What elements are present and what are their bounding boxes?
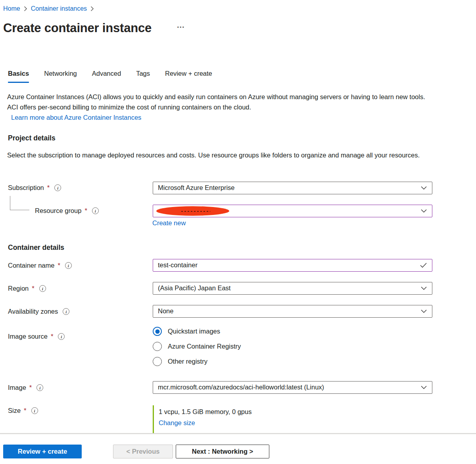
info-icon[interactable]: i — [39, 285, 46, 292]
tab-advanced[interactable]: Advanced — [92, 70, 121, 83]
resource-group-dropdown[interactable] — [153, 205, 432, 217]
radio-other-registry[interactable]: Other registry — [153, 356, 241, 367]
project-details-heading: Project details — [8, 134, 56, 142]
chevron-down-icon — [421, 386, 427, 389]
create-new-link[interactable]: Create new — [152, 219, 186, 227]
breadcrumb-chevron-icon — [90, 6, 94, 12]
create-container-instance-page: Home Container instances Create containe… — [0, 0, 476, 464]
required-asterisk: * — [29, 384, 32, 391]
next-networking-button[interactable]: Next : Networking > — [176, 445, 269, 458]
image-value: mcr.microsoft.com/azuredocs/aci-hellowor… — [158, 382, 415, 393]
info-icon[interactable]: i — [54, 184, 61, 191]
image-source-label: Image source* i — [8, 333, 65, 340]
subscription-dropdown[interactable]: Microsoft Azure Enterprise — [153, 182, 432, 194]
more-menu-button[interactable]: ... — [177, 21, 185, 30]
learn-more-link[interactable]: Learn more about Azure Container Instanc… — [11, 113, 141, 123]
intro-text-block: Azure Container Instances (ACI) allows y… — [7, 92, 431, 123]
tab-networking[interactable]: Networking — [44, 70, 77, 83]
region-value: (Asia Pacific) Japan East — [158, 282, 415, 294]
page-title: Create container instance — [3, 21, 152, 35]
image-dropdown[interactable]: mcr.microsoft.com/azuredocs/aci-hellowor… — [153, 381, 432, 394]
redaction-overlay — [156, 206, 229, 216]
image-source-radio-group: Quickstart images Azure Container Regist… — [153, 326, 241, 371]
radio-unselected-icon — [153, 342, 162, 351]
info-icon[interactable]: i — [58, 333, 65, 340]
project-details-description: Select the subscription to manage deploy… — [7, 150, 427, 161]
size-summary-block: 1 vcpu, 1.5 GiB memory, 0 gpus Change si… — [153, 405, 430, 433]
tab-basics[interactable]: Basics — [8, 70, 29, 83]
footer-divider — [0, 433, 476, 434]
radio-azure-container-registry[interactable]: Azure Container Registry — [153, 341, 241, 352]
required-asterisk: * — [58, 262, 60, 269]
container-details-heading: Container details — [8, 244, 64, 252]
subscription-label: Subscription* i — [8, 184, 61, 192]
required-asterisk: * — [51, 333, 53, 340]
required-asterisk: * — [84, 207, 87, 215]
chevron-down-icon — [421, 287, 427, 290]
chevron-down-icon — [421, 310, 427, 313]
container-name-value: test-container — [158, 259, 415, 271]
required-asterisk: * — [24, 407, 26, 414]
container-name-input[interactable]: test-container — [153, 259, 432, 272]
region-dropdown[interactable]: (Asia Pacific) Japan East — [153, 282, 432, 295]
intro-text: Azure Container Instances (ACI) allows y… — [7, 93, 425, 111]
radio-quickstart-images[interactable]: Quickstart images — [153, 326, 241, 337]
nesting-connector-line — [10, 196, 29, 210]
breadcrumb-chevron-icon — [24, 6, 27, 12]
tab-review-create[interactable]: Review + create — [165, 70, 212, 83]
region-label: Region* i — [8, 285, 46, 292]
breadcrumb: Home Container instances — [3, 5, 94, 12]
radio-selected-icon — [153, 327, 162, 336]
change-size-link[interactable]: Change size — [159, 419, 195, 427]
breadcrumb-link-home[interactable]: Home — [3, 5, 20, 12]
chevron-down-icon — [421, 186, 427, 190]
info-icon[interactable]: i — [31, 407, 38, 414]
size-label: Size* i — [8, 407, 38, 414]
size-value: 1 vcpu, 1.5 GiB memory, 0 gpus — [159, 408, 430, 416]
info-icon[interactable]: i — [92, 207, 99, 214]
subscription-value: Microsoft Azure Enterprise — [158, 182, 415, 194]
chevron-down-icon — [421, 209, 427, 213]
valid-check-icon — [420, 263, 427, 268]
required-asterisk: * — [32, 285, 34, 292]
breadcrumb-link-container-instances[interactable]: Container instances — [31, 5, 87, 12]
required-asterisk: * — [47, 184, 50, 192]
availability-zones-dropdown[interactable]: None — [153, 305, 432, 318]
availability-zones-value: None — [158, 305, 415, 317]
info-icon[interactable]: i — [36, 384, 43, 391]
previous-button[interactable]: < Previous — [113, 445, 173, 458]
tab-bar: Basics Networking Advanced Tags Review +… — [8, 70, 212, 83]
image-label: Image* i — [8, 384, 43, 391]
resource-group-label: Resource group* i — [35, 207, 99, 215]
info-icon[interactable]: i — [63, 308, 69, 315]
info-icon[interactable]: i — [65, 262, 72, 269]
availability-zones-label: Availability zones i — [8, 308, 69, 315]
review-create-button[interactable]: Review + create — [3, 445, 82, 458]
tab-tags[interactable]: Tags — [136, 70, 150, 83]
container-name-label: Container name* i — [8, 262, 72, 269]
radio-unselected-icon — [153, 357, 162, 366]
